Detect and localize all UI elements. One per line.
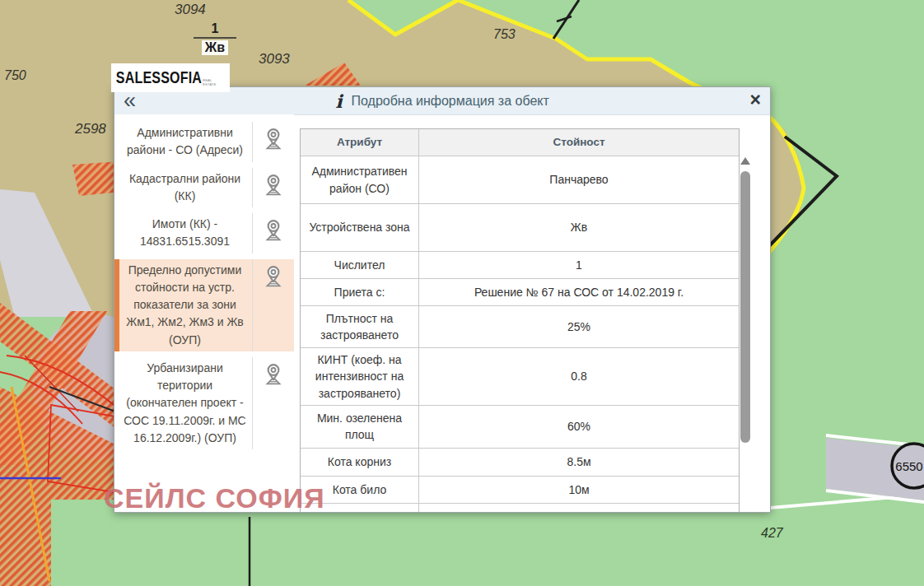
table-row: Площ по ЦМ 32873 — [301, 504, 739, 513]
attribute-cell: Мин. озеленена площ — [301, 406, 419, 448]
map-pin-icon[interactable] — [252, 122, 294, 162]
feature-info-panel: « i Подробна информация за обект × Админ… — [114, 86, 771, 513]
map-label-parcel: 3094 — [175, 2, 206, 18]
value-cell: 0.8 — [419, 348, 739, 405]
value-cell: 60% — [419, 406, 739, 448]
attribute-cell: Плътност на застрояването — [301, 306, 419, 347]
table-row: Приета с: Решение № 67 на СОС от 14.02.2… — [301, 279, 739, 306]
sidebar-item-urban-territories[interactable]: Урбанизирани територии (окончателен прое… — [114, 357, 294, 449]
logo-brand-text: SALESSOFIA — [116, 68, 202, 87]
map-pin-icon[interactable] — [252, 357, 294, 449]
value-cell: Решение № 67 на СОС от 14.02.2019 г. — [419, 279, 739, 305]
sidebar-item-admin-regions[interactable]: Административни райони - СО (Адреси) — [114, 122, 294, 162]
map-label-parcel: 2598 — [75, 121, 106, 137]
table-row: Мин. озеленена площ 60% — [301, 406, 739, 449]
attribute-cell: Административен район (СО) — [301, 156, 419, 203]
attribute-table: Атрибут Стойност Административен район (… — [300, 128, 740, 513]
table-row: Административен район (СО) Панчарево — [301, 156, 739, 204]
map-label-parcel: 753 — [493, 27, 516, 42]
svg-text:S: S — [114, 77, 114, 78]
value-cell: 1 — [419, 252, 739, 278]
table-row: КИНТ (коеф. на интензивност на застроява… — [301, 348, 739, 406]
zone-fraction-numerator: 1 — [194, 21, 236, 39]
value-cell: Жв — [419, 204, 739, 251]
logo-house-icon: S — [114, 65, 114, 91]
zone-fraction-denominator: Жв — [202, 40, 228, 55]
value-cell: 25% — [419, 306, 739, 347]
sidebar-item-label: Кадастрални райони (КК) — [114, 168, 252, 208]
sidebar-item-zone-limits[interactable]: Пределно допустими стойности на устр. по… — [114, 259, 294, 351]
value-cell: 32873 — [419, 504, 739, 513]
table-row: Плътност на застрояването 25% — [301, 306, 739, 348]
attribute-cell: Приета с: — [301, 279, 419, 305]
attribute-cell: КИНТ (коеф. на интензивност на застроява… — [301, 348, 419, 405]
value-cell: 10м — [419, 477, 739, 503]
panel-title: Подробна информация за обект — [352, 94, 549, 109]
map-pin-icon[interactable] — [252, 168, 294, 208]
sidebar-item-label: Имоти (КК) - 14831.6515.3091 — [114, 213, 252, 253]
map-pin-icon[interactable] — [252, 213, 294, 253]
value-cell: Панчарево — [419, 156, 739, 203]
sidebar-item-label: Административни райони - СО (Адреси) — [114, 122, 252, 162]
attribute-cell: Кота корниз — [301, 449, 419, 476]
map-pin-icon[interactable] — [252, 259, 294, 351]
sidebar-item-label: Урбанизирани територии (окончателен прое… — [114, 357, 252, 449]
value-cell: 8.5м — [419, 449, 739, 476]
table-row: Кота корниз 8.5м — [301, 449, 739, 477]
map-green-bottom — [0, 509, 924, 586]
map-label-parcel: 3093 — [259, 51, 290, 67]
map-label-parcel: 750 — [4, 68, 26, 83]
attribute-cell: Устройствена зона — [301, 204, 419, 251]
app-stage: 6550 3094 753 3093 750 2598 427 1 Жв S S… — [0, 0, 924, 586]
sidebar-item-properties[interactable]: Имоти (КК) - 14831.6515.3091 — [114, 213, 294, 253]
table-row: Числител 1 — [301, 252, 739, 279]
sidebar-item-cadastral-regions[interactable]: Кадастрални райони (КК) — [114, 168, 294, 208]
info-icon: i — [335, 93, 342, 109]
road-number-label: 6550 — [895, 459, 922, 473]
watermark-text: СЕЙЛС СОФИЯ — [104, 482, 325, 514]
map-label-parcel: 427 — [761, 526, 783, 541]
scrollbar-thumb[interactable] — [740, 171, 750, 443]
column-header-attribute: Атрибут — [301, 129, 419, 156]
scroll-up-arrow-icon[interactable] — [740, 157, 750, 165]
panel-title-group: i Подробна информация за обект — [335, 93, 549, 109]
close-icon[interactable]: × — [750, 89, 761, 111]
table-row: Устройствена зона Жв — [301, 204, 739, 252]
column-header-value: Стойност — [419, 129, 739, 156]
zone-fraction-label: 1 Жв — [192, 21, 238, 55]
table-header-row: Атрибут Стойност — [301, 129, 739, 156]
salessofia-logo: S SALESSOFIA REAL ESTATE — [111, 63, 230, 92]
attribute-cell: Числител — [301, 252, 419, 278]
table-row: Кота било 10м — [301, 477, 739, 504]
layer-results-sidebar: Административни райони - СО (Адреси) Кад… — [114, 114, 294, 512]
logo-tagline: REAL ESTATE — [203, 78, 216, 86]
sidebar-item-label: Пределно допустими стойности на устр. по… — [114, 259, 252, 351]
table-scrollbar[interactable] — [740, 157, 751, 513]
